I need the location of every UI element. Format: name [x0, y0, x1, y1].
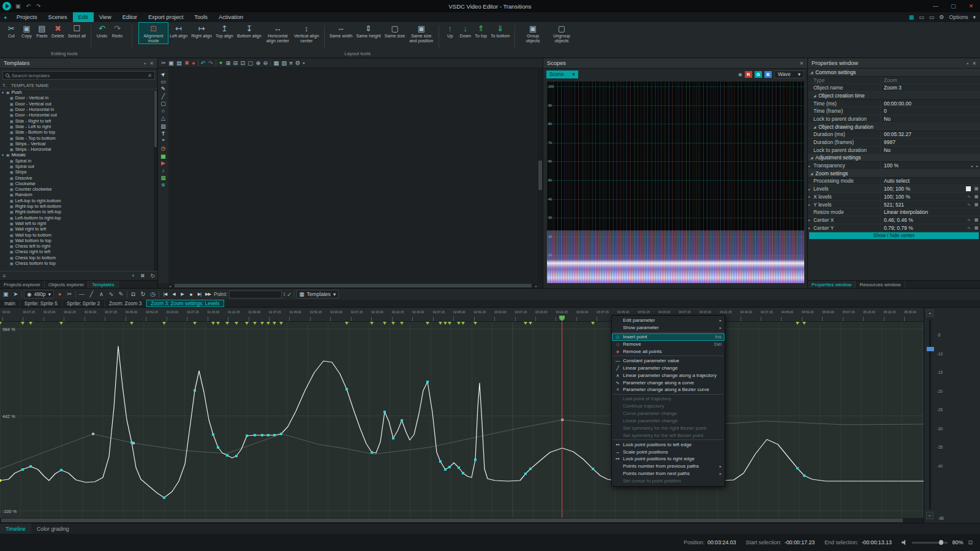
undo-icon[interactable]: ↶	[26, 3, 31, 9]
vertical-zoom-slider[interactable]	[929, 319, 931, 509]
template-side-left-to-right[interactable]: ▦Side - Left to right	[0, 124, 154, 129]
sync-icon[interactable]: ↻	[139, 291, 147, 297]
audio-effect-icon[interactable]: ♪	[162, 168, 165, 174]
context-linear-parameter-change[interactable]: ╱Linear parameter change	[612, 364, 725, 371]
expand-icon[interactable]: ▸	[809, 218, 810, 222]
context-points-number-from-next-paths[interactable]: Points number from next paths▸	[612, 470, 725, 477]
property-object-name-value[interactable]: Zoom 3	[880, 84, 980, 91]
options-menu[interactable]: Options	[949, 14, 968, 20]
curve-point[interactable]	[273, 434, 276, 436]
context-set-symmetry-for-the-right-bezier-point[interactable]: Set symmetry for the right Bezier point	[612, 424, 725, 431]
property-resize-mode-value[interactable]: Linear interpolation	[880, 208, 980, 216]
curve-point[interactable]	[592, 468, 594, 470]
timeline-zoom-slider[interactable]	[912, 542, 948, 544]
delete-template-icon[interactable]: ✖	[140, 273, 145, 279]
video-preview-canvas[interactable]	[168, 69, 538, 283]
menu-item-edit[interactable]: Edit	[73, 12, 94, 22]
template-right-top-to-left-bottom[interactable]: ▦Right-top to left-bottom	[0, 203, 154, 209]
point-stepper[interactable]: ▴▾	[284, 292, 285, 297]
align-right-icon[interactable]: ⊡	[241, 60, 246, 66]
vertical-zoom-in-button[interactable]: +	[926, 310, 933, 317]
curve-point[interactable]	[524, 473, 527, 475]
curve-point[interactable]	[401, 419, 403, 422]
green-channel-toggle[interactable]: G	[755, 71, 762, 78]
polyline-path-icon[interactable]: ∧	[97, 291, 105, 297]
context-last-point-of-trajectory[interactable]: Last point of trajectory	[612, 395, 725, 403]
property-time-ms-value[interactable]: 00:00:00.00	[880, 100, 980, 107]
curve-point[interactable]	[254, 434, 256, 436]
fit-screen-icon[interactable]: ▢	[247, 60, 253, 66]
context-remove-all-points[interactable]: ◈Remove all points	[612, 348, 725, 355]
scrollbar-thumb[interactable]	[538, 161, 542, 190]
template-spiral-in[interactable]: ▦Spiral in	[0, 158, 154, 164]
context-lock-point-positions-to-right-edge[interactable]: ↦Lock point positions to right edge	[612, 455, 725, 463]
menu-item-export-project[interactable]: Export project	[143, 12, 189, 22]
scroll-right-icon[interactable]: ▸	[535, 284, 537, 288]
template-side-right-to-left[interactable]: ▦Side - Right to left	[0, 118, 154, 123]
curve-point[interactable]	[529, 468, 532, 470]
down-button[interactable]: ↓Down	[458, 23, 473, 39]
context-lock-point-positions-to-left-edge[interactable]: ↤Lock point positions to left edge	[612, 441, 725, 448]
stop-button[interactable]: ■	[187, 290, 195, 298]
delete-button[interactable]: ✖Delete	[50, 23, 66, 39]
template-list-scrollbar[interactable]	[154, 89, 157, 271]
preview-screen-icon[interactable]: ▭	[919, 14, 924, 20]
keyframe-marker[interactable]	[0, 322, 2, 325]
magnet-icon[interactable]: Ω	[129, 291, 137, 297]
scrollbar-thumb[interactable]	[1, 519, 903, 522]
curve-point[interactable]	[226, 454, 228, 457]
menu-item-tools[interactable]: Tools	[189, 12, 213, 22]
top-align-button[interactable]: ↥Top align	[214, 23, 235, 39]
curve-point[interactable]	[246, 435, 248, 437]
section-object-drawing-duration[interactable]: ◢Object drawing duration	[808, 123, 980, 131]
zoom-out-icon[interactable]: ⊖	[263, 60, 268, 66]
curve-point[interactable]	[803, 474, 805, 477]
preview-horizontal-scrollbar[interactable]: ◂ ▸	[168, 283, 538, 288]
context-set-cursor-to-point-position[interactable]: Set cursor to point position	[612, 477, 725, 485]
keyframe-marker[interactable]	[473, 322, 477, 325]
property-time-frame-value[interactable]: 0	[880, 107, 980, 115]
gradient-tool-icon[interactable]: ▨	[160, 124, 166, 130]
property-center-x-value[interactable]: 0.46; 0.46 %	[880, 216, 965, 224]
edit-curve-icon[interactable]: ∿	[965, 226, 973, 230]
polygon-tool-icon[interactable]: △	[161, 116, 165, 122]
scrollbar-thumb[interactable]	[154, 91, 157, 147]
bezier-path-icon[interactable]: ✎	[117, 291, 125, 297]
template-dissolve[interactable]: ▦Dissolve	[0, 175, 154, 180]
expand-icon[interactable]: ▸	[809, 226, 810, 230]
scope-mode-dropdown[interactable]: Wave ▾	[774, 70, 804, 78]
tab-zoom-zoom-3[interactable]: Zoom: Zoom 3	[105, 300, 146, 307]
template-strips[interactable]: ▦Strips	[0, 169, 154, 175]
tab-projects-explorer[interactable]: Projects explorer	[0, 281, 45, 288]
copy-icon[interactable]: ▣	[168, 60, 174, 66]
grid-icon[interactable]: ▦	[973, 194, 980, 199]
apply-check-icon[interactable]: ✓	[287, 291, 292, 298]
split-icon[interactable]: ✂	[66, 291, 74, 297]
redo-icon[interactable]: ↷	[208, 60, 213, 66]
template-chess-right-to-left[interactable]: ▦Chess right to left	[0, 249, 154, 254]
wizard-icon[interactable]: ✦	[219, 60, 224, 66]
curve-point[interactable]	[474, 458, 477, 461]
keyframe-marker[interactable]	[439, 322, 442, 325]
context-linear-parameter-change-along-a-trajectory[interactable]: ∧Linear parameter change along a traject…	[612, 371, 725, 379]
keyframe-marker[interactable]	[193, 322, 197, 325]
section-common-settings[interactable]: ◢Common settings	[808, 69, 980, 77]
keyframe-marker[interactable]	[245, 322, 249, 325]
expand-icon[interactable]: ▸	[809, 164, 810, 168]
tab-objects-explorer[interactable]: Objects explorer	[45, 281, 88, 288]
same-size-button[interactable]: ▢Same size	[383, 23, 407, 39]
keyframe-marker[interactable]	[266, 322, 270, 325]
template-door-horizontal-in[interactable]: ▦Door - Horizontal in	[0, 107, 154, 112]
decrease-icon[interactable]: ◂	[969, 164, 974, 168]
speaker-icon[interactable]	[902, 540, 907, 545]
section-object-creation-time[interactable]: ◢Object creation time	[808, 92, 980, 100]
template-chess-left-to-right[interactable]: ▦Chess left to right	[0, 243, 154, 249]
property-y-levels-value[interactable]: 521; 521	[880, 201, 965, 208]
clock-icon[interactable]: ◷	[149, 291, 157, 297]
expand-icon[interactable]: ▸	[809, 202, 810, 207]
keyframe-marker[interactable]	[273, 322, 276, 325]
property-levels-value[interactable]: 100; 100 %	[880, 185, 964, 192]
undo-button[interactable]: ↶Undo	[94, 23, 110, 39]
ungroup-objects-button[interactable]: ▢Ungroup objects	[547, 23, 576, 44]
keyframe-marker[interactable]	[457, 322, 461, 325]
